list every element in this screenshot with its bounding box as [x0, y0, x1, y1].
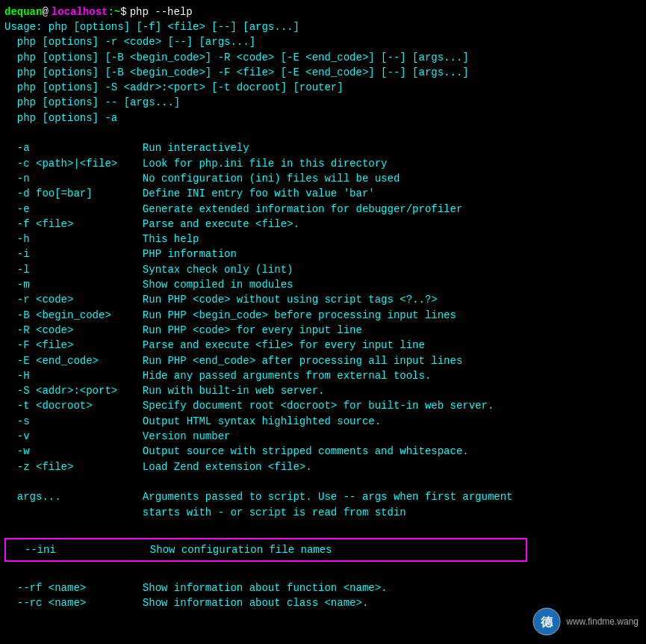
blank-line [4, 126, 642, 140]
output-line: -E <end_code> Run PHP <end_code> after p… [4, 353, 642, 368]
output-line: --rf <name> Show information about funct… [4, 580, 642, 595]
prompt-host: localhost [52, 6, 108, 18]
output-line: -r <code> Run PHP <code> without using s… [4, 292, 642, 307]
prompt-line: dequan @ localhost :~ $ php --help [4, 6, 642, 18]
output-line: -H Hide any passed arguments from extern… [4, 368, 642, 383]
prompt-user: dequan [4, 6, 42, 18]
blank-line [4, 474, 642, 489]
watermark: 德 www.findme.wang [532, 607, 639, 637]
prompt-dollar: $ [120, 6, 126, 18]
output-line: php [options] -- [args...] [4, 95, 642, 110]
output-line: args... Arguments passed to script. Use … [4, 489, 642, 504]
ini-description: Show configuration file names [150, 544, 332, 556]
output-line: -w Output source with stripped comments … [4, 444, 642, 459]
ini-flag: --ini Show configuration file names [12, 544, 332, 556]
output-line: -f <file> Parse and execute <file>. [4, 217, 642, 232]
terminal: dequan @ localhost :~ $ php --help Usage… [0, 0, 646, 644]
prompt-path: :~ [108, 6, 120, 18]
output-line: -l Syntax check only (lint) [4, 262, 642, 277]
output-line: -e Generate extended information for deb… [4, 202, 642, 217]
prompt-command: php --help [130, 6, 193, 18]
output-line: -s Output HTML syntax highlighted source… [4, 414, 642, 429]
output-line: php [options] -S <addr>:<port> [-t docro… [4, 80, 642, 95]
output-line: -m Show compiled in modules [4, 277, 642, 292]
output-line: -a Run interactively [4, 140, 642, 155]
output-line: -i PHP information [4, 247, 642, 261]
output-line: -z <file> Load Zend extension <file>. [4, 459, 642, 474]
output-line: -d foo[=bar] Define INI entry foo with v… [4, 186, 642, 201]
output-line: starts with - or script is read from std… [4, 505, 642, 520]
svg-text:德: 德 [540, 616, 553, 628]
output-line: -F <file> Parse and execute <file> for e… [4, 338, 642, 353]
output-line: -v Version number [4, 429, 642, 444]
output-line: -h This help [4, 232, 642, 247]
blank-line [4, 520, 642, 535]
blank-line [4, 565, 642, 580]
output-line: -B <begin_code> Run PHP <begin_code> bef… [4, 308, 642, 323]
output-line: -R <code> Run PHP <code> for every input… [4, 323, 642, 338]
watermark-url: www.findme.wang [566, 616, 639, 627]
output-line: -t <docroot> Specify document root <docr… [4, 398, 642, 413]
prompt-at: @ [42, 6, 48, 18]
watermark-logo-icon: 德 [532, 607, 562, 637]
output-line: -S <addr>:<port> Run with built-in web s… [4, 383, 642, 398]
output-line: php [options] -r <code> [--] [args...] [4, 34, 642, 49]
output-line: -n No configuration (ini) files will be … [4, 171, 642, 186]
output-line: php [options] -a [4, 111, 642, 126]
output-line: php [options] [-B <begin_code>] -R <code… [4, 50, 642, 65]
output-line: -c <path>|<file> Look for php.ini file i… [4, 156, 642, 171]
output-line: php [options] [-B <begin_code>] -F <file… [4, 65, 642, 80]
output-line: Usage: php [options] [-f] <file> [--] [a… [4, 19, 642, 34]
highlighted-ini-box: --ini Show configuration file names [4, 538, 527, 562]
